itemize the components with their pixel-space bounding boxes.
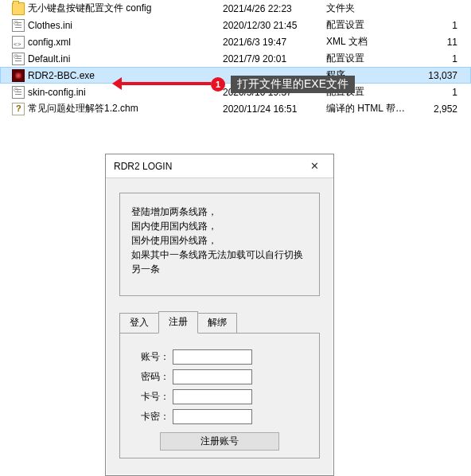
tab-container: 登入 注册 解绑 账号： 密码： 卡号： 卡密： 注册账号 [119,312,320,458]
ini-icon [12,19,25,32]
password-input[interactable] [173,369,252,384]
file-size: 11 [418,37,457,48]
ini-icon [12,53,25,65]
file-name: skin-config.ini [28,87,223,98]
file-row[interactable]: config.xml 2021/6/3 19:47 XML 文档 11 [0,33,471,50]
file-size: 1 [418,87,457,98]
file-name: 常见问题处理解答1.2.chm [28,102,223,115]
close-button[interactable] [298,156,330,177]
tab-register[interactable]: 注册 [158,311,198,334]
file-type: 配置设置 [326,18,418,32]
file-size: 13,037 [418,70,457,81]
file-size: 1 [418,20,457,31]
cardno-input[interactable] [173,389,252,404]
file-name: Default.ini [28,53,223,64]
file-date: 2021/6/3 19:47 [223,37,326,48]
account-label: 账号： [133,350,169,364]
annotation-arrow [115,82,211,85]
file-size: 1 [418,53,457,64]
file-row[interactable]: 常见问题处理解答1.2.chm 2020/11/24 16:51 编译的 HTM… [0,100,471,117]
cardpwd-input[interactable] [173,409,252,424]
xml-icon [12,36,25,49]
file-size: 2,952 [418,103,457,115]
info-panel: 登陆增加两条线路， 国内使用国内线路， 国外使用国外线路， 如果其中一条线路无法… [119,193,320,296]
file-name: 无小键盘按键配置文件 config [28,2,223,15]
tabs: 登入 注册 解绑 [119,313,320,334]
chm-icon [12,103,25,115]
account-input[interactable] [173,349,252,365]
password-label: 密码： [133,370,169,384]
annotation-badge-1: 1 [211,77,225,92]
login-window: RDR2 LOGIN 登陆增加两条线路， 国内使用国内线路， 国外使用国外线路，… [105,154,334,476]
file-date: 2021/4/26 22:23 [223,3,326,14]
file-date: 2020/11/24 16:51 [223,103,326,115]
file-name: config.xml [28,37,223,48]
file-name: RDR2-BBC.exe [28,70,223,81]
cardno-label: 卡号： [133,390,169,404]
ini-icon [12,86,25,99]
file-row[interactable]: Default.ini 2021/7/9 20:01 配置设置 1 [0,50,471,67]
file-type: 文件夹 [326,2,418,15]
file-type: 编译的 HTML 帮… [326,102,418,115]
file-type: 配置设置 [326,52,418,65]
exe-icon [12,69,25,82]
tab-login[interactable]: 登入 [119,313,159,334]
tab-page-register: 账号： 密码： 卡号： 卡密： 注册账号 [119,333,320,458]
file-date: 2021/7/9 20:01 [223,53,326,64]
file-row[interactable]: Clothes.ini 2020/12/30 21:45 配置设置 1 [0,17,471,33]
register-button[interactable]: 注册账号 [160,432,279,451]
file-type: XML 文档 [326,35,418,49]
titlebar[interactable]: RDR2 LOGIN [106,154,333,178]
tab-unbind[interactable]: 解绑 [197,313,237,334]
file-date: 2020/12/30 21:45 [223,20,326,31]
cardpwd-label: 卡密： [133,410,169,423]
file-row[interactable]: 无小键盘按键配置文件 config 2021/4/26 22:23 文件夹 [0,0,471,17]
folder-icon [12,2,25,15]
file-list: 无小键盘按键配置文件 config 2021/4/26 22:23 文件夹 Cl… [0,0,471,117]
annotation-tip-1: 打开文件里的EXE文件 [231,76,355,93]
window-title: RDR2 LOGIN [114,161,298,172]
file-name: Clothes.ini [28,20,223,31]
